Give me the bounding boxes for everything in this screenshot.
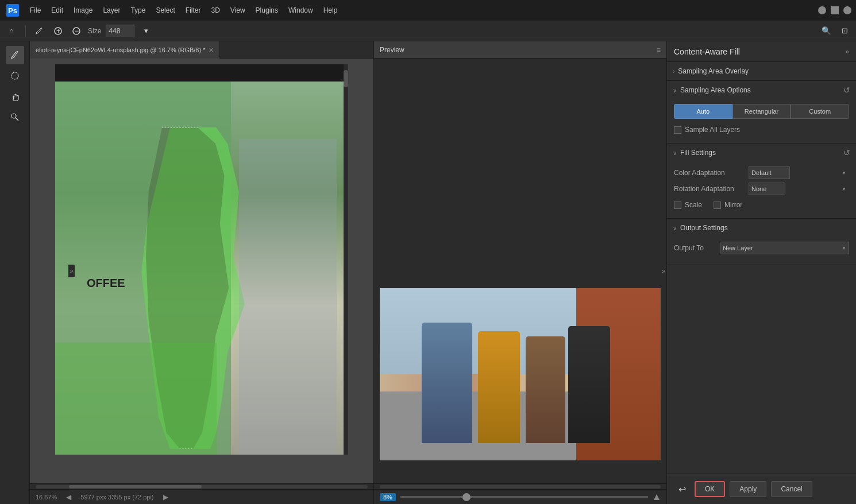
coffee-text: OFFEE (87, 277, 125, 290)
sampling-overlay-header[interactable]: › Sampling Area Overlay (667, 62, 856, 80)
output-settings-chevron: ∨ (673, 225, 677, 231)
menu-view[interactable]: View (226, 4, 250, 17)
dimensions-label: 5977 pxx 3355 px (72 ppi) (80, 494, 153, 501)
lasso-tool[interactable] (6, 67, 24, 85)
svg-text:+: + (56, 27, 60, 35)
menu-help[interactable]: Help (319, 4, 342, 17)
size-input[interactable] (106, 25, 134, 37)
left-tools (0, 41, 30, 504)
fill-settings-chevron: ∨ (673, 150, 677, 156)
preview-label: Preview (380, 46, 404, 54)
arrange-btn[interactable]: ⊡ (838, 24, 851, 38)
fill-settings-header[interactable]: ∨ Fill Settings ↺ (667, 144, 856, 162)
mirror-label: Mirror (724, 201, 742, 209)
toolbar-sep-1 (25, 25, 26, 37)
output-settings-header[interactable]: ∨ Output Settings (667, 219, 856, 237)
sampling-options-header[interactable]: ∨ Sampling Area Options ↺ (667, 81, 856, 99)
canvas-nav-left[interactable]: ◀ (66, 493, 71, 501)
sample-all-layers-label: Sample All Layers (685, 126, 740, 134)
menu-type[interactable]: Type (126, 4, 150, 17)
menu-edit[interactable]: Edit (47, 4, 68, 17)
canvas-scrollbar-v[interactable] (344, 64, 348, 455)
fill-settings-title: Fill Settings (680, 149, 716, 157)
sampling-overlay-title: Sampling Area Overlay (678, 67, 749, 75)
rotation-adaptation-select[interactable]: None Low Medium High Full (749, 183, 785, 195)
preview-zoom-bar: 8% (374, 489, 666, 504)
zoom-percentage: 16.67% (36, 494, 57, 501)
color-adaptation-label: Color Adaptation (674, 169, 749, 177)
canvas-tab-item[interactable]: eliott-reyna-jCEpN62oWL4-unsplash.jpg @ … (30, 41, 220, 59)
menu-plugins[interactable]: Plugins (251, 4, 283, 17)
sample-all-layers-checkbox[interactable] (674, 126, 681, 134)
sampling-options-body: Auto Rectangular Custom Sample All Layer… (667, 99, 856, 143)
output-settings-title: Output Settings (680, 224, 728, 232)
preview-expand-right[interactable]: » (661, 265, 666, 277)
sampling-mode-group: Auto Rectangular Custom (674, 104, 849, 119)
rotation-adaptation-row: Rotation Adaptation None Low Medium High… (674, 183, 849, 195)
sampling-options-reset[interactable]: ↺ (843, 86, 850, 95)
menu-layer[interactable]: Layer (98, 4, 125, 17)
output-settings-body: Output To Current Layer New Layer Duplic… (667, 237, 856, 265)
canvas-expand-right[interactable]: » (68, 265, 75, 277)
preview-menu-icon[interactable]: ≡ (657, 46, 661, 54)
scale-mirror-row: Scale Mirror (674, 199, 849, 211)
menu-file[interactable]: File (25, 4, 45, 17)
canvas-scroll-h[interactable] (30, 483, 373, 489)
scale-checkbox[interactable] (674, 201, 681, 209)
fill-settings-reset[interactable]: ↺ (843, 148, 850, 157)
hand-tool[interactable] (6, 87, 24, 106)
svg-point-6 (11, 72, 18, 79)
undo-button[interactable]: ↩ (674, 481, 690, 497)
right-panel: Content-Aware Fill » › Sampling Area Ove… (666, 41, 856, 504)
main-layout: eliott-reyna-jCEpN62oWL4-unsplash.jpg @ … (0, 41, 856, 504)
canvas-tab-label: eliott-reyna-jCEpN62oWL4-unsplash.jpg @ … (36, 46, 205, 53)
toolbar-right: 🔍 ⊡ (819, 24, 851, 38)
canvas-status: 16.67% ◀ 5977 pxx 3355 px (72 ppi) ▶ (30, 489, 373, 504)
ok-button[interactable]: OK (695, 481, 725, 497)
brush-tool-side[interactable] (6, 46, 24, 64)
sampling-auto-btn[interactable]: Auto (674, 104, 732, 119)
svg-point-7 (11, 114, 16, 118)
green-ground (55, 343, 217, 455)
menu-window[interactable]: Window (284, 4, 318, 17)
canvas-nav-right[interactable]: ▶ (163, 493, 168, 501)
zoom-tool[interactable] (6, 108, 24, 126)
panel-title: Content-Aware Fill (674, 47, 740, 56)
output-to-select[interactable]: Current Layer New Layer Duplicate Layer (720, 242, 849, 254)
photo-canvas: OFFEE (55, 64, 348, 455)
rotation-adaptation-label: Rotation Adaptation (674, 185, 749, 193)
menu-3d[interactable]: 3D (206, 4, 224, 17)
menu-select[interactable]: Select (151, 4, 179, 17)
brush-tool[interactable] (33, 24, 47, 38)
search-btn[interactable]: 🔍 (819, 24, 833, 38)
bottom-buttons: ↩ OK Apply Cancel (667, 474, 856, 504)
sampling-custom-btn[interactable]: Custom (791, 104, 849, 119)
mirror-checkbox[interactable] (714, 201, 721, 209)
size-down[interactable]: ▾ (139, 24, 153, 38)
menu-filter[interactable]: Filter (181, 4, 206, 17)
panel-expand-icon[interactable]: » (845, 48, 849, 56)
home-btn[interactable]: ⌂ (5, 24, 18, 38)
color-adaptation-select[interactable]: None Default High Very High (749, 166, 790, 179)
close-btn[interactable] (843, 6, 851, 14)
preview-area: Preview ≡ (373, 41, 666, 504)
person-preview-2 (478, 331, 520, 443)
zoom-handle[interactable] (462, 493, 471, 501)
menu-image[interactable]: Image (69, 4, 97, 17)
zoom-slider[interactable] (400, 496, 648, 498)
add-tool[interactable]: + (51, 24, 65, 38)
subtract-tool[interactable]: − (70, 24, 83, 38)
preview-scroll-h[interactable] (374, 483, 666, 489)
menubar: Ps File Edit Image Layer Type Select Fil… (0, 0, 856, 21)
sampling-rectangular-btn[interactable]: Rectangular (732, 104, 791, 119)
section-fill-settings: ∨ Fill Settings ↺ Color Adaptation None … (667, 144, 856, 219)
canvas-tab-close[interactable]: × (209, 46, 213, 54)
output-to-label: Output To (674, 244, 720, 252)
app-logo: Ps (5, 2, 21, 18)
person-preview-4 (568, 326, 610, 443)
cancel-button[interactable]: Cancel (771, 481, 812, 497)
maximize-btn[interactable] (831, 6, 839, 14)
minimize-btn[interactable] (818, 6, 826, 14)
apply-button[interactable]: Apply (730, 481, 766, 497)
panel-header: Content-Aware Fill » (667, 41, 856, 62)
